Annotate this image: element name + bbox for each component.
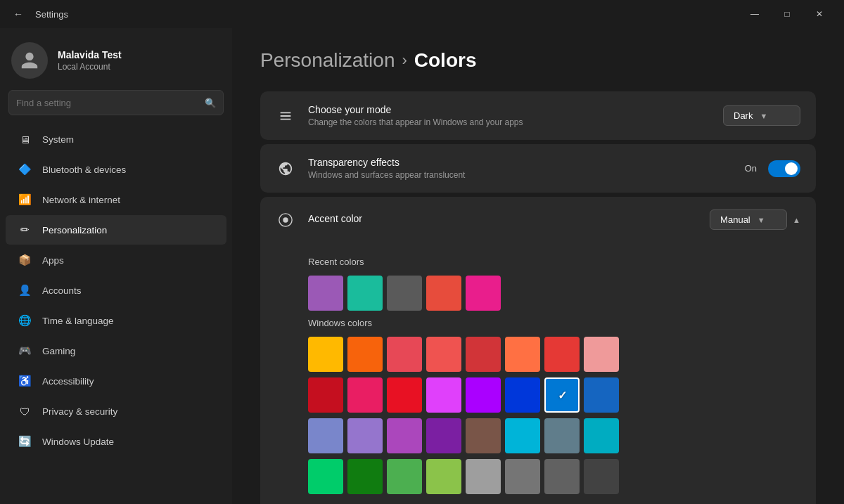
sidebar-item-bluetooth[interactable]: 🔷 Bluetooth & devices (6, 155, 226, 184)
recent-color-3[interactable] (426, 276, 461, 311)
transparency-control: On (745, 160, 800, 177)
minimize-button[interactable]: — (738, 3, 771, 25)
page-header: Personalization › Colors (260, 49, 816, 72)
mode-icon (276, 106, 295, 126)
windows-color-3-0[interactable] (308, 459, 343, 494)
sidebar-item-privacy[interactable]: 🛡 Privacy & security (6, 396, 226, 426)
sidebar-item-apps[interactable]: 📦 Apps (6, 245, 226, 275)
windows-color-2-3[interactable] (426, 418, 461, 453)
sidebar-item-label: Gaming (42, 346, 75, 356)
windows-color-1-6[interactable]: ✓ (544, 377, 580, 413)
search-input[interactable] (16, 98, 205, 108)
sidebar-item-accessibility[interactable]: ♿ Accessibility (6, 366, 226, 396)
nav-list: 🖥 System 🔷 Bluetooth & devices 📶 Network… (0, 124, 232, 457)
windows-color-2-5[interactable] (505, 418, 540, 453)
close-button[interactable]: ✕ (803, 3, 836, 25)
bluetooth-icon: 🔷 (17, 162, 32, 177)
sidebar-item-label: Windows Update (42, 437, 114, 447)
chevron-down-icon2: ▼ (757, 216, 765, 224)
windows-colors-grid: ✓ (308, 337, 800, 494)
back-button[interactable]: ← (8, 4, 28, 24)
sidebar-item-label: Apps (42, 255, 64, 266)
selected-check-icon: ✓ (558, 389, 567, 402)
accent-card: Accent color Manual ▼ ▲ Recent colors Wi… (260, 197, 816, 504)
windows-color-1-1[interactable] (347, 377, 383, 413)
recent-color-2[interactable] (387, 276, 422, 311)
sidebar-item-time[interactable]: 🌐 Time & language (6, 306, 226, 335)
windows-color-1-4[interactable] (466, 377, 501, 413)
minimize-icon: — (750, 9, 759, 19)
sidebar-item-network[interactable]: 📶 Network & internet (6, 185, 226, 214)
windows-color-3-7[interactable] (584, 459, 619, 494)
svg-point-1 (283, 217, 288, 222)
accent-title: Accent color (308, 213, 697, 224)
sidebar-item-label: Privacy & security (42, 406, 117, 417)
accent-dropdown[interactable]: Manual ▼ (710, 209, 787, 230)
windows-color-2-2[interactable] (387, 418, 422, 453)
windows-color-3-2[interactable] (387, 459, 422, 494)
sidebar-item-label: System (42, 134, 74, 145)
windows-color-3-4[interactable] (466, 459, 501, 494)
windows-color-0-3[interactable] (426, 337, 461, 372)
windows-color-2-0[interactable] (308, 418, 343, 453)
mode-dropdown[interactable]: Dark ▼ (723, 105, 800, 126)
windows-color-3-1[interactable] (347, 459, 383, 494)
time-icon: 🌐 (17, 313, 32, 328)
recent-color-1[interactable] (347, 276, 383, 311)
windows-color-3-3[interactable] (426, 459, 461, 494)
sidebar-item-update[interactable]: 🔄 Windows Update (6, 427, 226, 456)
accounts-icon: 👤 (17, 283, 32, 298)
accent-value: Manual (720, 214, 750, 225)
toggle-knob (785, 162, 798, 175)
accent-text: Accent color (308, 213, 697, 226)
transparency-card: Transparency effects Windows and surface… (260, 144, 816, 193)
sidebar-item-label: Network & internet (42, 195, 120, 205)
windows-color-0-4[interactable] (466, 337, 501, 372)
windows-color-1-5[interactable] (505, 377, 540, 413)
titlebar: ← Settings — □ ✕ (0, 0, 844, 28)
windows-color-0-7[interactable] (584, 337, 619, 372)
maximize-button[interactable]: □ (771, 3, 803, 25)
sidebar-item-label: Accounts (42, 285, 82, 296)
windows-color-0-6[interactable] (544, 337, 580, 372)
transparency-text: Transparency effects Windows and surface… (308, 157, 732, 180)
accent-body: Recent colors Windows colors ✓ (260, 243, 816, 504)
windows-color-0-1[interactable] (347, 337, 383, 372)
content-area: Personalization › Colors Choose your mod… (232, 28, 844, 504)
windows-colors-label: Windows colors (308, 318, 800, 328)
search-box[interactable]: 🔍 (8, 90, 224, 115)
windows-color-0-0[interactable] (308, 337, 343, 372)
chevron-down-icon: ▼ (760, 112, 767, 120)
sidebar-item-personalization[interactable]: ✏ Personalization (6, 215, 226, 245)
windows-color-1-3[interactable] (426, 377, 461, 413)
chevron-up-icon[interactable]: ▲ (793, 216, 800, 224)
sidebar-item-gaming[interactable]: 🎮 Gaming (6, 336, 226, 366)
accessibility-icon: ♿ (17, 373, 32, 389)
windows-color-1-2[interactable] (387, 377, 422, 413)
mode-card-row: Choose your mode Change the colors that … (260, 91, 816, 140)
windows-color-0-2[interactable] (387, 337, 422, 372)
sidebar-item-label: Time & language (42, 316, 114, 326)
recent-colors-label: Recent colors (308, 257, 800, 267)
update-icon: 🔄 (17, 434, 32, 449)
mode-control: Dark ▼ (723, 105, 800, 126)
transparency-toggle[interactable] (768, 160, 800, 177)
windows-color-3-5[interactable] (505, 459, 540, 494)
windows-color-2-1[interactable] (347, 418, 383, 453)
windows-color-1-0[interactable] (308, 377, 343, 413)
main-layout: Malavida Test Local Account 🔍 🖥 System 🔷… (0, 28, 844, 504)
windows-color-2-4[interactable] (466, 418, 501, 453)
windows-color-0-5[interactable] (505, 337, 540, 372)
sidebar-item-system[interactable]: 🖥 System (6, 124, 226, 154)
recent-color-4[interactable] (466, 276, 501, 311)
windows-color-row-1: ✓ (308, 377, 800, 413)
privacy-icon: 🛡 (17, 403, 32, 419)
windows-color-2-6[interactable] (544, 418, 580, 453)
sidebar-item-accounts[interactable]: 👤 Accounts (6, 276, 226, 305)
transparency-title: Transparency effects (308, 157, 732, 168)
recent-color-0[interactable] (308, 276, 343, 311)
windows-color-3-6[interactable] (544, 459, 580, 494)
windows-color-1-7[interactable] (584, 377, 619, 413)
windows-color-2-7[interactable] (584, 418, 619, 453)
mode-text: Choose your mode Change the colors that … (308, 104, 710, 127)
